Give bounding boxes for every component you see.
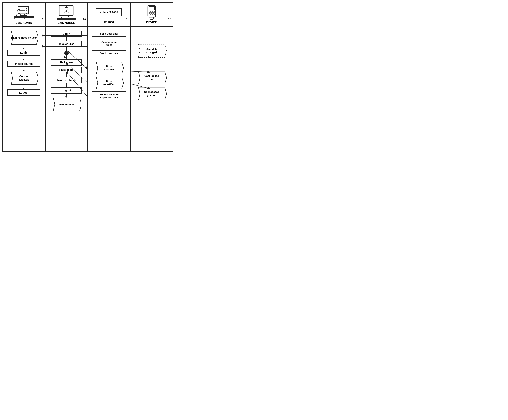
- svg-rect-24: [149, 13, 150, 14]
- arrow-after-print: [66, 83, 67, 87]
- col-title-device: DEVICE: [132, 21, 172, 24]
- rect-send-cert-exp: Send certificateexpiration date: [92, 91, 126, 100]
- svg-rect-27: [149, 14, 150, 15]
- col-content-lms-admin: Training need by user Login: [2, 26, 45, 151]
- rect-send-user-data-2: Send user data: [92, 50, 126, 56]
- svg-rect-28: [151, 14, 152, 15]
- svg-rect-25: [151, 13, 152, 14]
- rect-fail-exam: Fail exam: [51, 59, 82, 66]
- diamond-decision: [64, 51, 69, 56]
- col-header-it1000: cobas IT 1000 —30 IT 1000: [88, 2, 130, 26]
- lms-admin-icon: [13, 5, 35, 20]
- svg-rect-29: [153, 14, 154, 15]
- col2-flow: Login Take course: [47, 29, 86, 111]
- col-header-lms-admin: 10 LMS ADMIN: [2, 2, 45, 26]
- rect-logout-nurse: Logout: [51, 87, 82, 94]
- hex-user-decertified-label: Userdecertified: [103, 65, 115, 71]
- rect-login-nurse: Login: [51, 31, 82, 37]
- hex-user-recertified: Userrecertified: [94, 77, 124, 89]
- col-title-lms-nurse: LMS NURSE: [46, 21, 87, 24]
- rect-send-course-types: Send coursetypes: [92, 39, 126, 48]
- col3-flow: Send user data Send coursetypes Send use…: [90, 29, 128, 100]
- ref-device: —40: [166, 17, 171, 20]
- hex-user-data-changed: User datachanged: [136, 44, 167, 58]
- col4-flow: User datachanged User lockedout User a: [132, 29, 171, 100]
- col-content-device: User datachanged User lockedout User a: [130, 26, 173, 151]
- diagram-wrapper: 10 LMS ADMIN: [2, 2, 173, 152]
- col1-flow: Training need by user Login: [5, 29, 43, 96]
- rect-install-course: Install course: [7, 61, 40, 67]
- svg-rect-22: [151, 11, 152, 12]
- hex-user-recertified-label: Userrecertified: [103, 80, 115, 86]
- rect-take-course: Take course: [51, 41, 82, 47]
- device-icon: [146, 5, 157, 20]
- hex-course-available-label: Courseavailable: [19, 75, 29, 82]
- it1000-box: cobas IT 1000: [96, 8, 122, 16]
- hex-training-need: Training need by user: [9, 31, 38, 45]
- rect-pass-exam: Pass exam: [51, 67, 82, 73]
- arrow-after-pass: [66, 73, 67, 77]
- svg-rect-21: [149, 11, 150, 12]
- hex-user-trained-label: User trained: [59, 103, 74, 106]
- ref-lms-nurse: 20: [83, 18, 86, 21]
- hex-user-decertified: Userdecertified: [94, 62, 124, 74]
- flowchart-diagram: 10 LMS ADMIN: [2, 2, 173, 152]
- arrow-after-login-nurse: [66, 37, 67, 41]
- ref-it1000: —30: [123, 17, 128, 20]
- hex-user-data-changed-label: User datachanged: [146, 48, 157, 54]
- col-header-lms-nurse: 20 LMS NURSE: [45, 2, 88, 26]
- ref-lms-admin: 10: [40, 18, 43, 21]
- hex-user-locked-out-label: User lockedout: [144, 75, 159, 81]
- col-title-it1000: IT 1000: [89, 21, 129, 24]
- arrow-after-install: [23, 67, 25, 71]
- svg-rect-16: [66, 6, 67, 8]
- svg-rect-26: [153, 13, 154, 14]
- col-content-it1000: Send user data Send coursetypes Send use…: [88, 26, 130, 151]
- arrow-after-logout-nurse: [66, 94, 67, 98]
- rect-print-cert: Print certificate: [51, 77, 82, 83]
- svg-rect-17: [57, 19, 76, 20]
- rect-login-admin: Login: [7, 50, 40, 56]
- svg-rect-0: [18, 7, 29, 14]
- hex-user-access-granted: User accessgranted: [136, 87, 167, 100]
- hex-user-access-granted-label: User accessgranted: [144, 90, 159, 97]
- arrow-after-training-need: [23, 45, 25, 49]
- arrow-after-login-admin: [23, 56, 25, 60]
- hex-training-need-label: Training need by user: [11, 36, 37, 40]
- svg-rect-23: [153, 11, 154, 12]
- hex-user-locked-out: User lockedout: [136, 71, 167, 84]
- rect-send-user-data-1: Send user data: [92, 31, 126, 37]
- hex-user-trained: User trained: [51, 98, 82, 111]
- svg-rect-20: [149, 7, 155, 10]
- lms-nurse-icon: [56, 5, 77, 20]
- col-title-lms-admin: LMS ADMIN: [4, 21, 44, 24]
- arrow-after-course-available: [23, 85, 25, 89]
- col-header-device: —40 DEVICE: [130, 2, 173, 26]
- col-content-lms-nurse: Login Take course: [45, 26, 88, 151]
- hex-course-available: Courseavailable: [9, 72, 38, 85]
- rect-logout-admin: Logout: [7, 90, 40, 96]
